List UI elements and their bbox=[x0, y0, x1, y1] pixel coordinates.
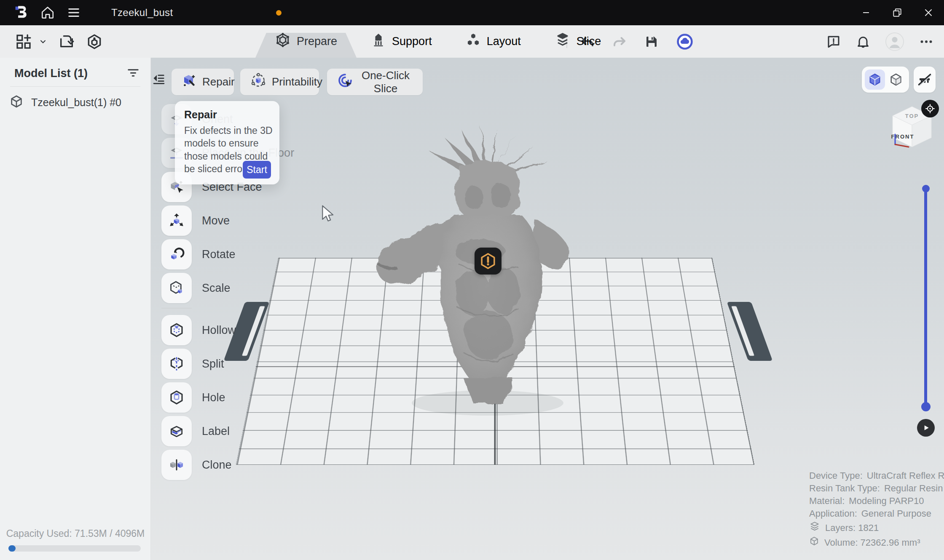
model-tzeekul-bust[interactable] bbox=[353, 125, 648, 470]
repair-button-label: Repair bbox=[202, 75, 235, 88]
hide-platform-button[interactable] bbox=[914, 67, 936, 93]
layers-icon bbox=[809, 521, 820, 535]
tool-scale[interactable]: Scale bbox=[161, 273, 231, 303]
tab-layout[interactable]: Layout bbox=[449, 25, 538, 58]
tool-split[interactable]: Split bbox=[161, 349, 224, 379]
layers-row: Layers: 1821 bbox=[809, 521, 936, 535]
split-icon bbox=[161, 349, 192, 379]
repair-button[interactable]: Repair bbox=[172, 69, 234, 95]
divider bbox=[10, 86, 140, 87]
tab-support[interactable]: Support bbox=[354, 25, 449, 58]
layout-icon bbox=[466, 32, 481, 51]
model-library-button[interactable] bbox=[83, 31, 105, 53]
preview-play-button[interactable] bbox=[917, 419, 935, 437]
model-list-title: Model List (1) bbox=[14, 67, 88, 80]
layer-slider[interactable] bbox=[924, 185, 928, 411]
tab-prepare-label: Prepare bbox=[297, 35, 337, 48]
one-click-slice-button[interactable]: One-Click Slice bbox=[327, 69, 423, 95]
label-icon bbox=[161, 416, 192, 446]
redo-button[interactable] bbox=[609, 32, 630, 52]
layer-slider-top-handle[interactable] bbox=[922, 185, 930, 192]
slicer-app: Tzeekul_bust bbox=[0, 0, 944, 560]
tool-split-label: Split bbox=[202, 357, 224, 371]
material-row: Material:Modeling PARP10 bbox=[809, 495, 936, 507]
save-button[interactable] bbox=[641, 32, 662, 52]
resin-tank-row: Resin Tank Type:Regular Resin Tank bbox=[809, 482, 936, 495]
model-list-item[interactable]: Tzeekul_bust(1) #0 bbox=[0, 91, 151, 114]
document-title: Tzeekul_bust bbox=[111, 7, 173, 19]
support-icon bbox=[371, 32, 386, 51]
printability-button[interactable]: Printability bbox=[240, 69, 319, 95]
tab-layout-label: Layout bbox=[487, 35, 521, 48]
tooltip-start-button[interactable]: Start bbox=[243, 161, 271, 179]
volume-row: Volume: 72362.96 mm³ bbox=[809, 536, 936, 549]
volume-value: Volume: 72362.96 mm³ bbox=[824, 536, 920, 549]
home-button[interactable] bbox=[35, 0, 61, 25]
tooltip-title: Repair bbox=[184, 109, 279, 121]
solid-view-button[interactable] bbox=[865, 69, 885, 90]
menu-button[interactable] bbox=[61, 0, 87, 25]
collapse-panel-button[interactable] bbox=[152, 72, 166, 86]
model-cube-icon bbox=[9, 94, 24, 110]
tab-support-label: Support bbox=[392, 35, 432, 48]
tool-move-label: Move bbox=[202, 214, 230, 227]
close-button[interactable] bbox=[913, 0, 944, 25]
cloud-button[interactable] bbox=[673, 30, 696, 53]
slice-icon bbox=[555, 32, 571, 51]
add-model-button[interactable] bbox=[13, 31, 35, 53]
tool-clone-label: Clone bbox=[202, 459, 232, 472]
filter-icon[interactable] bbox=[127, 66, 139, 80]
titlebar: Tzeekul_bust bbox=[0, 0, 944, 25]
add-model-dropdown-chevron[interactable] bbox=[36, 35, 50, 48]
layer-slider-bottom-handle[interactable] bbox=[921, 402, 931, 411]
scale-icon bbox=[161, 273, 192, 303]
one-click-slice-button-label: One-Click Slice bbox=[359, 69, 413, 95]
minimize-button[interactable] bbox=[850, 0, 882, 25]
wireframe-view-button[interactable] bbox=[886, 69, 906, 90]
main-toolbar: Prepare Support Layout Slice bbox=[0, 25, 944, 58]
model-warning-badge[interactable] bbox=[475, 248, 502, 275]
capacity-section: Capacity Used: 71.53M / 4096M bbox=[0, 528, 151, 552]
tool-hollow[interactable]: Hollow bbox=[161, 315, 236, 345]
tab-slice-label: Slice bbox=[577, 35, 601, 48]
view-cube-top-label: TOP bbox=[905, 113, 919, 119]
tool-scale-label: Scale bbox=[202, 282, 231, 295]
mode-tabs: Prepare Support Layout Slice bbox=[258, 25, 618, 58]
unsaved-indicator bbox=[276, 10, 282, 16]
hole-icon bbox=[161, 382, 192, 413]
tool-clone[interactable]: Clone bbox=[161, 450, 232, 480]
mouse-cursor bbox=[320, 205, 336, 223]
tool-label[interactable]: Label bbox=[161, 416, 230, 446]
capacity-progress-fill bbox=[8, 545, 16, 552]
layers-value: Layers: 1821 bbox=[825, 522, 879, 534]
app-logo-icon bbox=[8, 0, 35, 25]
locate-view-button[interactable] bbox=[921, 100, 939, 117]
tab-prepare[interactable]: Prepare bbox=[258, 25, 354, 58]
model-list-panel: Model List (1) Tzeekul_bust(1) #0 Capaci… bbox=[0, 58, 151, 560]
tool-rotate[interactable]: Rotate bbox=[161, 239, 236, 269]
layer-slider-track[interactable] bbox=[924, 189, 927, 408]
tool-hole-label: Hole bbox=[202, 391, 225, 404]
render-mode-switch bbox=[862, 67, 909, 93]
tool-move[interactable]: Move bbox=[161, 205, 230, 236]
model-item-label: Tzeekul_bust(1) #0 bbox=[31, 96, 121, 109]
tool-label-label: Label bbox=[202, 425, 230, 438]
tool-hollow-label: Hollow bbox=[202, 324, 236, 337]
application-row: Application:General Purpose bbox=[809, 507, 936, 520]
restore-button[interactable] bbox=[882, 0, 913, 25]
tool-divider bbox=[161, 308, 192, 309]
feedback-button[interactable] bbox=[823, 32, 844, 52]
tool-rotate-label: Rotate bbox=[202, 248, 236, 261]
tool-hole[interactable]: Hole bbox=[161, 382, 225, 413]
avatar[interactable] bbox=[882, 29, 907, 54]
clone-icon bbox=[161, 450, 192, 480]
prepare-icon bbox=[275, 32, 291, 51]
device-type-row: Device Type:UltraCraft Reflex RS bbox=[809, 469, 936, 482]
import-button[interactable] bbox=[56, 31, 78, 53]
printability-icon bbox=[250, 72, 266, 91]
notifications-button[interactable] bbox=[853, 32, 873, 52]
3d-viewport[interactable]: Repair Printability One-Click Slice Orie… bbox=[151, 58, 944, 560]
one-click-slice-icon bbox=[337, 72, 353, 91]
plate-clamp-right bbox=[727, 302, 773, 361]
more-options-button[interactable] bbox=[916, 32, 936, 52]
